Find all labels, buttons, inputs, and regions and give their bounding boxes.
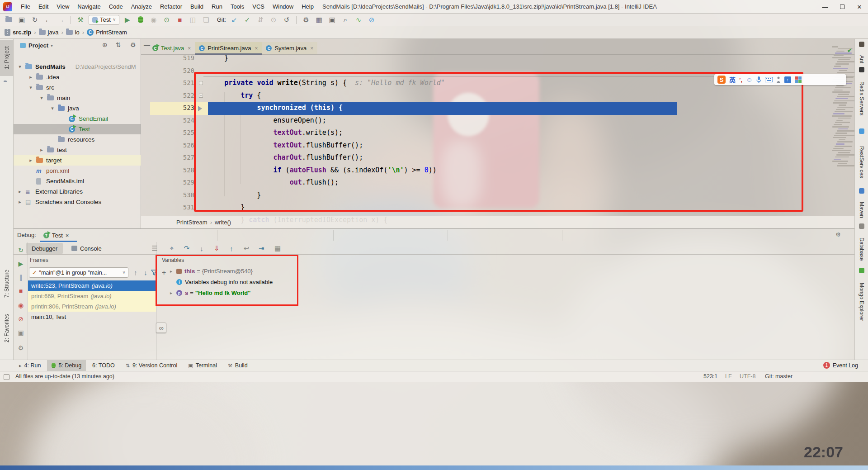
frame-up-icon[interactable]: ↑	[130, 267, 141, 277]
tree-row-sendmails[interactable]: ▾SendMailsD:\IdeaProjects\SendM	[14, 62, 141, 72]
close-icon[interactable]: ×	[188, 45, 191, 52]
project-folder-icon[interactable]	[4, 82, 9, 88]
toolwindow-button-9-version-control[interactable]: ⇅9: Version Control	[121, 360, 182, 371]
tree-chevron-icon[interactable]: ▾	[17, 64, 23, 70]
tree-row-resources[interactable]: resources	[14, 134, 141, 145]
breadcrumb-PrintStream[interactable]: CPrintStream	[87, 29, 127, 36]
run-button[interactable]: ▶	[123, 15, 132, 25]
tree-row-sendmails-iml[interactable]: SendMails.iml	[14, 176, 141, 186]
emoji-icon[interactable]: ☺	[746, 76, 752, 83]
view-breakpoints-icon[interactable]: ◉	[16, 301, 25, 310]
breadcrumb-method[interactable]: write()	[215, 219, 231, 226]
inspections-off-icon[interactable]: ⊘	[367, 15, 377, 25]
tree-chevron-icon[interactable]: ▸	[17, 199, 23, 205]
inspections-status-icon[interactable]: ✔	[847, 47, 852, 54]
toolwindow-toggle-icon[interactable]	[4, 374, 9, 380]
tree-row-target[interactable]: ▸target	[14, 155, 141, 166]
resume-icon[interactable]: ▶	[16, 259, 25, 268]
line-number[interactable]: 524	[168, 117, 194, 124]
line-number[interactable]: 526	[168, 142, 194, 149]
menu-edit[interactable]: Edit	[34, 0, 52, 14]
sidebar-item-mongo-explorer[interactable]: Mongo Explorer	[855, 275, 868, 328]
sidebar-item-redis-servers[interactable]: Redis Servers	[855, 74, 868, 123]
plugin-wave-icon[interactable]: ∿	[354, 15, 363, 25]
tree-row-java[interactable]: ▾java	[14, 103, 141, 114]
search-everywhere-icon[interactable]: ⌕	[340, 15, 350, 25]
maximize-button[interactable]	[834, 0, 851, 14]
build-project-icon[interactable]: ⚒	[75, 15, 85, 25]
console-window-icon[interactable]: ▣	[327, 15, 337, 25]
tree-row-pom-xml[interactable]: mpom.xml	[14, 166, 141, 176]
git-update-icon[interactable]: ↙	[229, 15, 239, 25]
rollback-icon[interactable]: ↺	[282, 15, 292, 25]
code-line-519[interactable]: 519 }	[141, 52, 854, 65]
sidebar-item-favorites[interactable]: 2: Favorites	[0, 309, 14, 347]
close-icon[interactable]: ×	[66, 232, 69, 239]
microphone-icon[interactable]	[756, 76, 761, 83]
caret-position[interactable]: 523:1	[703, 373, 717, 380]
close-button[interactable]: ✕	[851, 0, 868, 14]
toolwindow-button-6-todo[interactable]: 6: TODO	[88, 360, 119, 371]
toolbox-icon[interactable]: ↑	[784, 76, 791, 83]
line-number[interactable]: 521	[168, 79, 194, 86]
tree-chevron-icon[interactable]: ▾	[50, 105, 55, 111]
panel-gear-icon[interactable]: ⚙	[130, 41, 136, 48]
save-all-icon[interactable]: ▣	[17, 15, 27, 25]
debug-session-tab[interactable]: T Test ×	[40, 230, 72, 241]
menu-analyze[interactable]: Analyze	[127, 0, 156, 14]
stop-icon[interactable]: ■	[16, 286, 25, 295]
git-branch[interactable]: Git: master	[765, 373, 793, 380]
settings-wrench-icon[interactable]: ⚙	[301, 15, 311, 25]
tree-row-test[interactable]: ▸test	[14, 145, 141, 155]
step-into-icon[interactable]: ↓	[196, 243, 207, 253]
frame-row-3[interactable]: println:806, PrintStream(java.io)	[28, 301, 156, 312]
breadcrumb-java[interactable]: java	[39, 29, 59, 36]
locate-icon[interactable]: ⊕	[102, 41, 108, 48]
history-icon[interactable]: ⊙	[269, 15, 278, 25]
line-number[interactable]: 523	[168, 104, 194, 111]
open-icon[interactable]	[4, 15, 14, 25]
mute-breakpoints-icon[interactable]: ⊘	[16, 314, 25, 323]
frame-down-icon[interactable]: ↓	[140, 267, 151, 277]
menu-refactor[interactable]: Refactor	[156, 0, 186, 14]
tree-chevron-icon[interactable]: ▸	[39, 147, 44, 153]
chevron-down-icon[interactable]: ▾	[51, 43, 53, 48]
sync-icon[interactable]: ↻	[30, 15, 40, 25]
line-number[interactable]: 529	[168, 179, 194, 186]
close-icon[interactable]: ×	[310, 45, 313, 52]
project-structure-icon[interactable]: ▦	[314, 15, 324, 25]
run-configuration-select[interactable]: Test ˅	[89, 15, 119, 25]
sogou-logo-icon[interactable]: S	[717, 76, 726, 84]
frame-row-2[interactable]: print:669, PrintStream(java.io)	[28, 291, 156, 301]
git-merge-icon[interactable]: ⇵	[255, 15, 265, 25]
menu-code[interactable]: Code	[105, 0, 127, 14]
layout-settings-icon[interactable]: ☰	[149, 243, 160, 253]
tree-row-main[interactable]: ▾main	[14, 93, 141, 103]
menu-help[interactable]: Help	[297, 0, 318, 14]
tree-row--idea[interactable]: ▸.idea	[14, 72, 141, 82]
sidebar-item-structure[interactable]: 7: Structure	[0, 264, 14, 303]
force-step-into-icon[interactable]: ⇓	[211, 243, 222, 253]
line-number[interactable]: 527	[168, 154, 194, 161]
collapse-all-icon[interactable]: ⇅	[116, 41, 121, 48]
run-to-cursor-icon[interactable]: ⇥	[256, 243, 267, 253]
sidebar-item-maven[interactable]: Maven	[855, 195, 868, 224]
ime-punctuation-mode[interactable]: ’,	[739, 76, 742, 83]
evaluate-expression-icon[interactable]: ▦	[272, 243, 283, 253]
tree-row-sendemail[interactable]: CSendEmail	[14, 114, 141, 124]
back-icon[interactable]: ←	[43, 15, 53, 25]
forward-icon[interactable]: →	[56, 15, 66, 25]
pause-icon[interactable]: ∥	[16, 273, 25, 282]
tree-row-src[interactable]: ▾src	[14, 82, 141, 93]
menu-window[interactable]: Window	[269, 0, 297, 14]
hide-panel-icon[interactable]: —	[852, 231, 858, 238]
debug-button[interactable]	[136, 15, 146, 25]
tree-row-test[interactable]: CTest	[14, 124, 141, 134]
toolwindow-button-build[interactable]: ⚒Build	[223, 360, 252, 371]
attach-icon[interactable]: ◫	[188, 15, 198, 25]
debugger-settings-gear-icon[interactable]: ⚙	[16, 343, 25, 352]
tree-chevron-icon[interactable]: ▾	[28, 85, 33, 90]
tree-chevron-icon[interactable]: ▸	[17, 189, 23, 195]
tree-row-scratches-and-consoles[interactable]: ▸▤Scratches and Consoles	[14, 197, 141, 207]
menu-build[interactable]: Build	[186, 0, 208, 14]
